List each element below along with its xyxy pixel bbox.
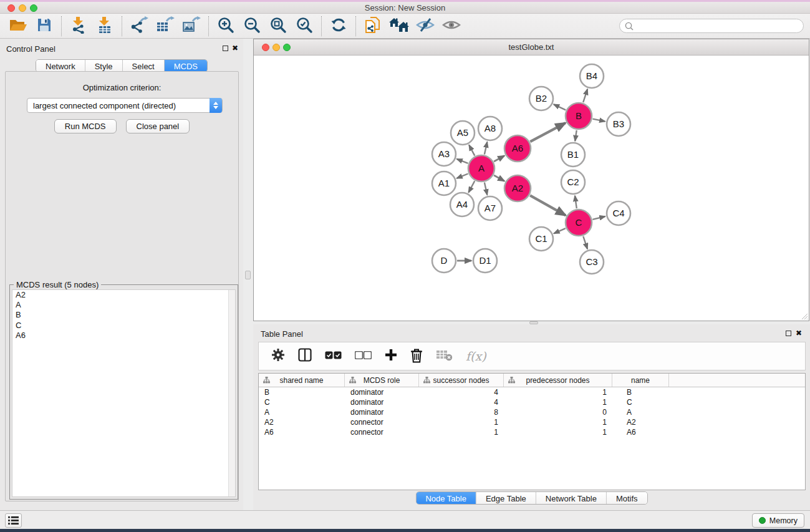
- cell-predecessor-nodes[interactable]: 1: [504, 427, 612, 437]
- column-header-shared-name[interactable]: shared name: [259, 374, 345, 387]
- graph-node-A7[interactable]: A7: [478, 196, 502, 220]
- graph-edge-B-B1[interactable]: [575, 130, 577, 141]
- run-mcds-button[interactable]: Run MCDS: [54, 119, 117, 133]
- add-button[interactable]: [385, 349, 397, 364]
- cell-successor-nodes[interactable]: 1: [419, 417, 504, 427]
- table-panel-float-icon[interactable]: [786, 331, 791, 336]
- save-session-button[interactable]: [31, 16, 57, 37]
- cell-MCDS-role[interactable]: dominator: [345, 397, 419, 407]
- graph-edge-A-A2[interactable]: [494, 175, 504, 181]
- export-table-button[interactable]: [152, 16, 178, 37]
- export-image-button[interactable]: [178, 16, 205, 37]
- cell-predecessor-nodes[interactable]: 1: [504, 397, 612, 407]
- table-tab-motifs[interactable]: Motifs: [606, 492, 647, 504]
- gear-button[interactable]: [271, 348, 285, 364]
- cell-name[interactable]: A: [612, 407, 669, 417]
- column-header-name[interactable]: name: [612, 374, 669, 387]
- network-minimize-traffic-light[interactable]: [272, 44, 280, 51]
- graph-edge-A-A4[interactable]: [468, 181, 475, 192]
- graph-node-C[interactable]: C: [566, 210, 592, 236]
- cell-MCDS-role[interactable]: dominator: [345, 387, 419, 397]
- zoom-in-button[interactable]: [213, 16, 239, 37]
- tab-network[interactable]: Network: [36, 60, 85, 72]
- table-tab-node-table[interactable]: Node Table: [416, 492, 476, 504]
- graph-node-A[interactable]: A: [468, 155, 494, 181]
- cell-name[interactable]: C: [612, 397, 669, 407]
- cell-name[interactable]: A6: [612, 427, 669, 437]
- trash-button[interactable]: [410, 347, 423, 365]
- cell-shared-name[interactable]: A: [259, 407, 345, 417]
- graph-edge-B-B3[interactable]: [593, 119, 605, 122]
- import-network-button[interactable]: [65, 16, 92, 37]
- clear-checks-button[interactable]: [355, 351, 372, 362]
- graph-edge-A-A3[interactable]: [457, 159, 468, 163]
- table-tab-edge-table[interactable]: Edge Table: [476, 492, 536, 504]
- graph-node-A5[interactable]: A5: [451, 121, 475, 145]
- close-traffic-light[interactable]: [7, 4, 15, 12]
- result-list-scrollbar[interactable]: [228, 290, 235, 496]
- hide-selected-eye-button[interactable]: [412, 16, 438, 37]
- close-panel-button[interactable]: Close panel: [126, 119, 190, 133]
- graph-node-B1[interactable]: B1: [561, 143, 585, 167]
- graph-node-B2[interactable]: B2: [529, 87, 553, 110]
- graph-node-B3[interactable]: B3: [607, 112, 630, 136]
- cell-name[interactable]: B: [612, 387, 669, 397]
- graph-edge-C-C4[interactable]: [592, 216, 605, 220]
- result-item-c[interactable]: C: [12, 321, 235, 331]
- task-history-button[interactable]: [5, 513, 22, 528]
- tab-style[interactable]: Style: [85, 60, 122, 72]
- network-zoom-traffic-light[interactable]: [283, 44, 291, 51]
- memory-button[interactable]: Memory: [752, 513, 804, 528]
- result-item-a[interactable]: A: [12, 300, 235, 310]
- window-resize-grip[interactable]: [801, 312, 808, 320]
- cell-predecessor-nodes[interactable]: 0: [504, 407, 612, 417]
- graph-node-A8[interactable]: A8: [478, 117, 502, 140]
- zoom-out-button[interactable]: [239, 16, 265, 37]
- zoom-selected-button[interactable]: [291, 16, 317, 37]
- cell-successor-nodes[interactable]: 4: [419, 397, 504, 407]
- zoom-traffic-light[interactable]: [30, 4, 37, 12]
- table-tab-network-table[interactable]: Network Table: [536, 492, 606, 504]
- column-header-predecessor-nodes[interactable]: predecessor nodes: [504, 374, 612, 387]
- cell-successor-nodes[interactable]: 8: [419, 407, 504, 417]
- clone-network-button[interactable]: [360, 16, 386, 37]
- tab-mcds[interactable]: MCDS: [164, 60, 207, 72]
- cell-shared-name[interactable]: A6: [259, 427, 345, 437]
- graph-edge-C-C1[interactable]: [554, 228, 566, 233]
- graph-edge-C-C2[interactable]: [575, 196, 577, 208]
- cell-predecessor-nodes[interactable]: 1: [504, 417, 612, 427]
- vertical-splitter-handle[interactable]: [245, 271, 251, 279]
- graph-node-C2[interactable]: C2: [561, 170, 585, 194]
- minimize-traffic-light[interactable]: [19, 4, 26, 12]
- table-row-b[interactable]: Bdominator41B: [259, 387, 805, 397]
- graph-edge-C-C3[interactable]: [583, 236, 587, 249]
- graph-node-B4[interactable]: B4: [580, 64, 604, 88]
- graph-node-A3[interactable]: A3: [432, 142, 456, 166]
- cell-shared-name[interactable]: A2: [259, 417, 345, 427]
- graph-node-C3[interactable]: C3: [580, 250, 604, 274]
- graph-node-A2[interactable]: A2: [504, 175, 531, 201]
- network-graph-canvas[interactable]: B4B2BB3A8A5A6A3B1AC2A1A2A4A7C4CC1DD1C3: [254, 56, 809, 321]
- table-panel-close-icon[interactable]: ✖: [796, 329, 802, 337]
- graph-edge-A6-B[interactable]: [530, 123, 566, 142]
- criterion-dropdown[interactable]: largest connected component (directed): [27, 98, 223, 113]
- graph-edge-A-A7[interactable]: [485, 183, 487, 195]
- graph-edge-A2-C[interactable]: [530, 195, 566, 215]
- table-row-a2[interactable]: A2connector11A2: [259, 417, 805, 427]
- graph-node-B[interactable]: B: [566, 103, 592, 129]
- table-row-a6[interactable]: A6connector11A6: [259, 427, 805, 437]
- graph-node-C1[interactable]: C1: [529, 227, 553, 251]
- graph-node-A1[interactable]: A1: [432, 172, 456, 195]
- graph-node-C4[interactable]: C4: [607, 201, 630, 225]
- graph-edge-A-A5[interactable]: [469, 145, 475, 156]
- search-input[interactable]: [637, 22, 798, 31]
- cell-successor-nodes[interactable]: 4: [419, 387, 504, 397]
- graph-edge-B-B4[interactable]: [583, 89, 587, 102]
- graph-edge-A-A6[interactable]: [494, 156, 504, 162]
- result-item-a2[interactable]: A2: [12, 290, 235, 300]
- graph-edge-A-A1[interactable]: [456, 174, 468, 178]
- float-panel-icon[interactable]: [223, 46, 228, 51]
- cell-MCDS-role[interactable]: dominator: [345, 407, 419, 417]
- graph-node-A4[interactable]: A4: [450, 193, 474, 216]
- column-header-MCDS-role[interactable]: MCDS role: [345, 374, 419, 387]
